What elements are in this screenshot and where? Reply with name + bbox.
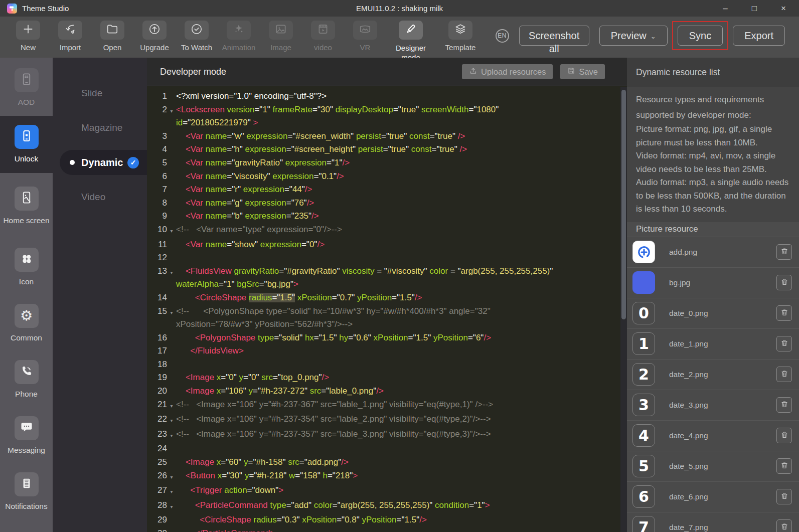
resource-list: add.png bg.jpg 0 date_0.png 1 date_1.png…	[627, 237, 799, 532]
sync-button[interactable]: Sync	[678, 26, 723, 46]
resource-thumbnail: 5	[632, 455, 655, 477]
delete-resource-button[interactable]	[776, 305, 792, 321]
delete-resource-button[interactable]	[776, 367, 792, 382]
resource-requirements-body: Picture format: png, jpg, gif, a single …	[636, 123, 791, 216]
trash-icon	[780, 308, 788, 318]
upload-icon	[469, 67, 477, 77]
sidebar-item-icon[interactable]: Icon	[0, 239, 53, 295]
vr-icon	[359, 23, 372, 38]
resource-requirements-title: Resource types and requirements supporte…	[636, 92, 791, 123]
video-icon	[316, 23, 330, 38]
subnav-item-dynamic-selected[interactable]: Dynamic ✓	[60, 150, 147, 175]
toolbar-animation-button: Animation	[226, 21, 252, 52]
sidebar-item-unlock[interactable]: Unlock	[0, 116, 53, 173]
resource-filename: add.png	[669, 248, 697, 257]
unlock-phone-icon	[19, 128, 34, 145]
subnav-item-video[interactable]: Video	[53, 180, 147, 214]
resource-thumbnail: 6	[632, 485, 655, 508]
preview-button[interactable]: Preview ⌄	[599, 26, 668, 46]
close-button[interactable]: ×	[779, 4, 788, 13]
toolbar-designer-mode-button[interactable]: Designer mode	[394, 21, 427, 62]
toolbar-towatch-button[interactable]: To Watch	[184, 21, 210, 52]
minimize-button[interactable]: –	[721, 4, 730, 13]
pen-icon	[404, 23, 417, 38]
image-icon	[274, 23, 287, 38]
sidebar-item-notifications[interactable]: Notifications	[0, 464, 53, 520]
folder-icon	[106, 23, 119, 38]
upload-resources-button[interactable]: Upload resources	[462, 64, 553, 79]
trash-icon	[780, 400, 788, 410]
resource-requirements: Resource types and requirements supporte…	[627, 87, 799, 222]
add-circle-icon	[636, 245, 652, 260]
resource-row: 2 date_2.png	[627, 359, 799, 390]
trash-icon	[780, 247, 788, 257]
save-button[interactable]: Save	[560, 64, 605, 79]
resource-thumbnail	[632, 271, 655, 294]
resource-thumbnail: 1	[632, 332, 655, 355]
sidebar-item-common[interactable]: ⚙ Common	[0, 295, 53, 351]
notifications-list-icon	[20, 476, 34, 492]
resource-filename: date_0.png	[669, 309, 708, 318]
delete-resource-button[interactable]	[776, 244, 792, 260]
delete-resource-button[interactable]	[776, 519, 792, 532]
delete-resource-button[interactable]	[776, 428, 792, 443]
titlebar: Theme Studio EMUI11.0.2 : shaking milk –…	[0, 0, 799, 17]
export-button[interactable]: Export	[733, 26, 785, 46]
subnav-item-slide[interactable]: Slide	[53, 76, 147, 110]
developer-mode-panel: Developer mode Upload resources Save 1<?…	[147, 58, 627, 532]
maximize-button[interactable]: □	[750, 4, 759, 13]
resource-row: 5 date_5.png	[627, 451, 799, 481]
sidebar-item-aod: AOD	[0, 60, 53, 116]
resource-row: 1 date_1.png	[627, 328, 799, 359]
resource-row: add.png	[627, 237, 799, 267]
sidebar-item-phone[interactable]: Phone	[0, 351, 53, 408]
toolbar: New Import Open Upgrade To Watch Animati…	[0, 17, 799, 58]
resource-filename: date_1.png	[669, 339, 708, 348]
resource-row: 4 date_4.png	[627, 420, 799, 451]
toolbar-vr-button: VR	[352, 21, 378, 52]
resource-filename: date_5.png	[669, 462, 708, 471]
resource-thumbnail: 4	[632, 424, 655, 447]
toolbar-template-button[interactable]: Template	[447, 21, 473, 52]
language-badge[interactable]: EN	[496, 29, 509, 43]
unlock-type-nav: Slide Magazine Dynamic ✓ Video	[53, 58, 147, 532]
sidebar-item-messaging[interactable]: Messaging	[0, 408, 53, 464]
resource-filename: date_7.png	[669, 523, 708, 532]
home-screen-icon	[19, 190, 34, 207]
code-editor[interactable]: 1<?xml version="1.0" encoding="utf-8"?>2…	[147, 86, 627, 532]
module-sidebar: AOD Unlock Home screen Icon ⚙ Common Pho…	[0, 58, 53, 532]
trash-icon	[780, 339, 788, 349]
resource-row: 7 date_7.png	[627, 512, 799, 532]
resource-panel-title: Dynamic resource list	[627, 58, 799, 87]
bullet-icon	[70, 160, 75, 165]
delete-resource-button[interactable]	[776, 275, 792, 290]
editor-scrollbar-thumb[interactable]	[621, 90, 626, 319]
toolbar-upgrade-button[interactable]: Upgrade	[141, 21, 168, 52]
upgrade-icon	[148, 23, 161, 38]
toolbar-open-button[interactable]: Open	[99, 21, 125, 52]
delete-resource-button[interactable]	[776, 397, 792, 413]
save-icon	[567, 67, 575, 77]
sparkle-icon	[232, 23, 245, 38]
subnav-item-magazine[interactable]: Magazine	[53, 110, 147, 145]
delete-resource-button[interactable]	[776, 336, 792, 351]
delete-resource-button[interactable]	[776, 458, 792, 474]
aod-phone-icon	[19, 72, 34, 89]
editor-scrollbar[interactable]	[620, 87, 627, 532]
resource-filename: date_6.png	[669, 492, 708, 501]
picture-resource-section-title: Picture resource	[627, 222, 799, 237]
window-title: EMUI11.0.2 : shaking milk	[0, 4, 799, 13]
screenshot-all-button[interactable]: Screenshot all	[519, 26, 589, 46]
icon-grid-icon	[19, 251, 34, 268]
dynamic-resource-panel: Dynamic resource list Resource types and…	[627, 58, 799, 532]
toolbar-import-button[interactable]: Import	[57, 21, 83, 52]
resource-thumbnail: 0	[632, 302, 655, 324]
toolbar-video-button: video	[310, 21, 336, 52]
code-lines: 1<?xml version="1.0" encoding="utf-8"?>2…	[152, 90, 617, 532]
gear-icon: ⚙	[20, 309, 33, 323]
delete-resource-button[interactable]	[776, 489, 792, 504]
trash-icon	[780, 278, 788, 288]
sidebar-item-home-screen[interactable]: Home screen	[0, 173, 53, 239]
toolbar-new-button[interactable]: New	[15, 21, 41, 52]
phone-icon	[20, 364, 34, 380]
